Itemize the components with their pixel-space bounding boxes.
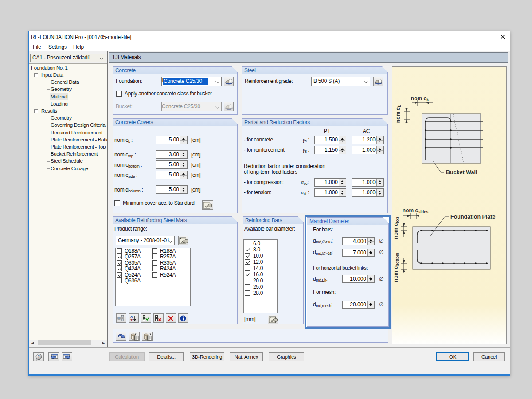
svg-text:Z: Z xyxy=(130,318,133,322)
svg-text:?: ? xyxy=(38,354,40,359)
svg-text:nom ck: nom ck xyxy=(395,105,402,123)
svg-text:Foundation Plate: Foundation Plate xyxy=(450,214,495,220)
svg-text:Bucket Wall: Bucket Wall xyxy=(446,169,477,176)
svg-text:nom ck: nom ck xyxy=(411,95,429,102)
